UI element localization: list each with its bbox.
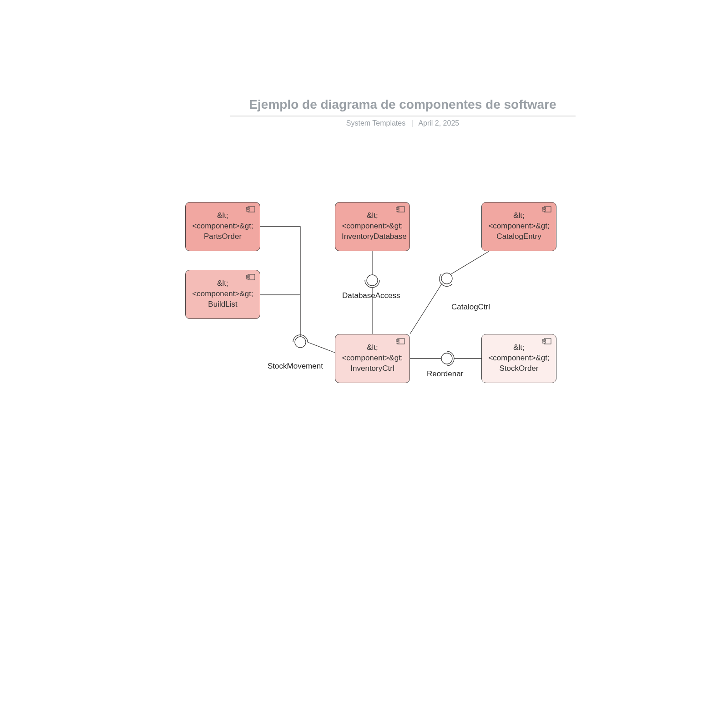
svg-line-8 [451,251,489,274]
interface-label-reorder: Reordenar [427,369,463,379]
interface-label-database-access: DatabaseAccess [342,291,400,300]
svg-rect-17 [246,210,249,211]
stereotype-label: &lt;<component>&gt; [342,211,403,232]
svg-point-6 [367,275,378,286]
svg-rect-19 [246,275,249,277]
svg-rect-20 [246,278,249,279]
component-parts-order[interactable]: &lt;<component>&gt; PartsOrder [185,202,260,251]
component-icon [542,206,551,212]
svg-rect-29 [396,342,399,343]
component-icon [542,338,551,344]
component-inventory-database[interactable]: &lt;<component>&gt; InventoryDatabase [335,202,410,251]
svg-line-10 [410,283,442,334]
svg-line-1 [306,342,335,359]
subtitle-separator: | [411,119,413,127]
component-icon [246,274,255,280]
stereotype-label: &lt;<component>&gt; [192,278,253,299]
interface-label-stock-movement: StockMovement [268,362,323,371]
component-inventory-ctrl[interactable]: &lt;<component>&gt; InventoryCtrl [335,334,410,383]
title-block: Ejemplo de diagrama de componentes de so… [230,97,576,127]
svg-rect-22 [396,207,399,209]
stereotype-label: &lt;<component>&gt; [488,211,550,232]
svg-point-12 [441,353,452,364]
subtitle-right: April 2, 2025 [418,119,459,127]
svg-rect-28 [396,339,399,341]
component-name: PartsOrder [192,232,253,242]
svg-point-0 [295,337,306,348]
stereotype-label: &lt;<component>&gt; [488,343,550,364]
component-stock-order[interactable]: &lt;<component>&gt; StockOrder [481,334,556,383]
component-name: InventoryCtrl [342,364,403,374]
component-build-list[interactable]: &lt;<component>&gt; BuildList [185,270,260,319]
subtitle-left: System Templates [346,119,405,127]
svg-rect-16 [246,207,249,209]
component-icon [396,206,405,212]
svg-rect-31 [542,339,546,341]
component-icon [396,338,405,344]
stereotype-label: &lt;<component>&gt; [192,211,253,232]
stereotype-label: &lt;<component>&gt; [342,343,403,364]
interface-label-catalog-ctrl: CatalogCtrl [451,303,490,312]
diagram-title: Ejemplo de diagrama de componentes de so… [230,97,576,116]
component-name: CatalogEntry [488,232,550,242]
svg-rect-26 [542,210,546,211]
svg-line-14 [308,342,335,353]
svg-line-3 [308,342,335,359]
svg-rect-25 [542,207,546,209]
component-catalog-entry[interactable]: &lt;<component>&gt; CatalogEntry [481,202,556,251]
diagram-subtitle: System Templates | April 2, 2025 [230,119,576,127]
component-name: InventoryDatabase [342,232,403,242]
svg-rect-23 [396,210,399,211]
svg-line-4 [308,342,335,359]
component-name: StockOrder [488,364,550,374]
svg-line-2 [308,342,335,359]
svg-rect-32 [542,342,546,343]
component-name: BuildList [192,299,253,310]
svg-point-9 [441,273,452,284]
component-icon [246,206,255,212]
diagram-canvas: Ejemplo de diagrama de componentes de so… [0,0,728,728]
